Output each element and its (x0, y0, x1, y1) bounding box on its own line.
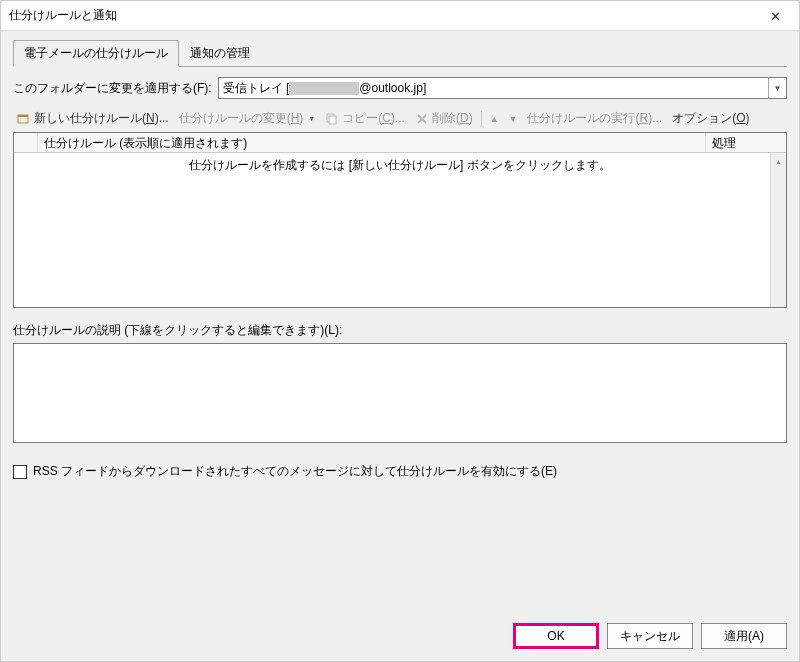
column-rule[interactable]: 仕分けルール (表示順に適用されます) (38, 133, 706, 152)
new-rule-icon (17, 112, 31, 126)
rss-row: RSS フィードからダウンロードされたすべてのメッセージに対して仕分けルールを有… (13, 463, 787, 480)
chevron-down-icon: ▼ (308, 115, 315, 122)
toolbar: 新しい仕分けルール(N)... 仕分けルールの変更(H) ▼ コピー(C)...… (13, 107, 787, 130)
svg-rect-3 (329, 116, 336, 124)
run-rules-button: 仕分けルールの実行(R)... (523, 107, 666, 130)
column-checkbox[interactable] (14, 133, 38, 152)
change-rule-label: 仕分けルールの変更(H) (179, 110, 304, 127)
tab-notifications[interactable]: 通知の管理 (179, 40, 261, 67)
close-button[interactable]: ✕ (755, 3, 795, 29)
tab-email-rules[interactable]: 電子メールの仕分けルール (13, 40, 179, 67)
description-label: 仕分けルールの説明 (下線をクリックすると編集できます)(L): (13, 322, 787, 339)
options-label: オプション(O) (672, 110, 749, 127)
close-icon: ✕ (770, 9, 781, 24)
delete-button: 削除(D) (411, 107, 477, 130)
delete-icon (415, 112, 429, 126)
svg-rect-1 (18, 115, 28, 117)
copy-label: コピー(C)... (342, 110, 405, 127)
new-rule-label: 新しい仕分けルール(N)... (34, 110, 169, 127)
ok-button[interactable]: OK (513, 623, 599, 649)
cancel-button[interactable]: キャンセル (607, 623, 693, 649)
list-body: 仕分けルールを作成するには [新しい仕分けルール] ボタンをクリックします。 (14, 153, 786, 307)
footer: OK キャンセル 適用(A) (13, 531, 787, 649)
move-down-button: ▼ (505, 111, 522, 127)
tab-bar: 電子メールの仕分けルール 通知の管理 (13, 39, 787, 67)
rss-checkbox[interactable] (13, 465, 27, 479)
scrollbar[interactable]: ▲ (770, 153, 786, 307)
move-up-button: ▲ (486, 111, 503, 127)
dialog-title: 仕分けルールと通知 (9, 7, 117, 24)
delete-label: 削除(D) (432, 110, 473, 127)
column-action[interactable]: 処理 (706, 133, 786, 152)
new-rule-button[interactable]: 新しい仕分けルール(N)... (13, 107, 173, 130)
run-rules-label: 仕分けルールの実行(R)... (527, 110, 662, 127)
triangle-up-icon: ▲ (490, 114, 499, 124)
empty-message: 仕分けルールを作成するには [新しい仕分けルール] ボタンをクリックします。 (189, 158, 610, 172)
rss-label[interactable]: RSS フィードからダウンロードされたすべてのメッセージに対して仕分けルールを有… (33, 463, 557, 480)
description-box[interactable] (13, 343, 787, 443)
tab-label: 通知の管理 (190, 46, 250, 60)
dialog-content: 電子メールの仕分けルール 通知の管理 このフォルダーに変更を適用する(F): 受… (1, 31, 799, 661)
folder-label: このフォルダーに変更を適用する(F): (13, 80, 212, 97)
title-bar: 仕分けルールと通知 ✕ (1, 1, 799, 31)
folder-dropdown[interactable]: 受信トレイ [@outlook.jp] ▼ (218, 77, 787, 99)
list-header: 仕分けルール (表示順に適用されます) 処理 (14, 133, 786, 153)
options-button[interactable]: オプション(O) (668, 107, 753, 130)
scroll-up-icon[interactable]: ▲ (771, 153, 786, 169)
folder-value: 受信トレイ [@outlook.jp] (223, 80, 427, 97)
apply-button[interactable]: 適用(A) (701, 623, 787, 649)
triangle-down-icon: ▼ (509, 114, 518, 124)
tab-label: 電子メールの仕分けルール (24, 46, 168, 60)
rules-list: 仕分けルール (表示順に適用されます) 処理 仕分けルールを作成するには [新し… (13, 132, 787, 308)
rules-dialog: 仕分けルールと通知 ✕ 電子メールの仕分けルール 通知の管理 このフォルダーに変… (0, 0, 800, 662)
change-rule-button: 仕分けルールの変更(H) ▼ (175, 107, 320, 130)
toolbar-separator (481, 111, 482, 127)
folder-row: このフォルダーに変更を適用する(F): 受信トレイ [@outlook.jp] … (13, 77, 787, 99)
copy-button: コピー(C)... (321, 107, 409, 130)
redacted-email (289, 82, 359, 95)
copy-icon (325, 112, 339, 126)
chevron-down-icon[interactable]: ▼ (768, 78, 786, 98)
